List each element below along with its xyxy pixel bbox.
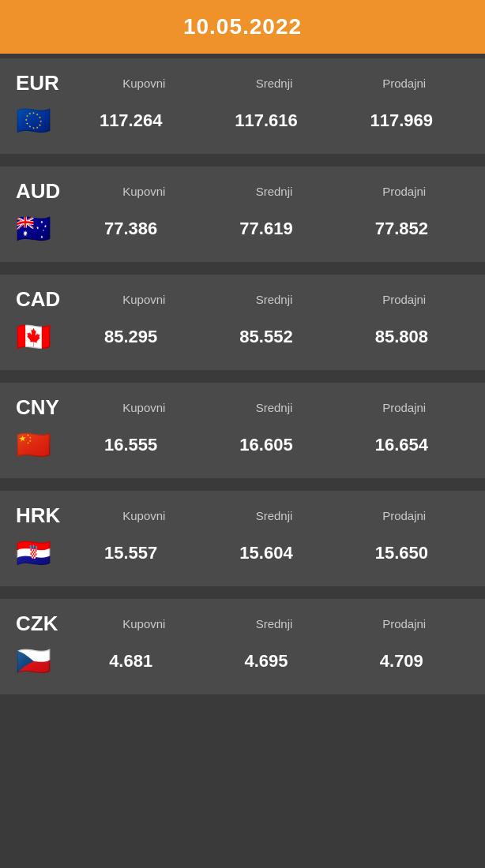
- currency-section-cad: CAD Kupovni Srednji Prodajni 🇨🇦 85.295 8…: [0, 275, 485, 370]
- section-divider: [0, 267, 485, 270]
- currency-section-eur: EUR Kupovni Srednji Prodajni 🇪🇺 117.264 …: [0, 58, 485, 154]
- column-labels: Kupovni Srednji Prodajni: [79, 77, 469, 90]
- currency-list: EUR Kupovni Srednji Prodajni 🇪🇺 117.264 …: [0, 58, 485, 694]
- col-label-prodajni: Prodajni: [339, 401, 469, 414]
- col-label-srednji: Srednji: [209, 77, 340, 90]
- currency-data-row: 🇨🇿 4.681 4.695 4.709: [16, 644, 469, 679]
- currency-section-czk: CZK Kupovni Srednji Prodajni 🇨🇿 4.681 4.…: [0, 599, 485, 694]
- flag-aud: 🇦🇺: [16, 211, 63, 246]
- flag-cny: 🇨🇳: [16, 428, 63, 462]
- flag-eur: 🇪🇺: [16, 103, 63, 138]
- column-labels: Kupovni Srednji Prodajni: [79, 293, 469, 306]
- col-label-prodajni: Prodajni: [339, 617, 469, 630]
- values-cad: 85.295 85.552 85.808: [63, 327, 469, 347]
- currency-section-hrk: HRK Kupovni Srednji Prodajni 🇭🇷 15.557 1…: [0, 491, 485, 586]
- col-label-kupovni: Kupovni: [79, 293, 209, 306]
- currency-code-hrk: HRK: [16, 503, 79, 528]
- currency-data-row: 🇨🇳 16.555 16.605 16.654: [16, 428, 469, 462]
- currency-code-cad: CAD: [16, 287, 79, 312]
- kupovni-value-cad: 85.295: [63, 327, 198, 347]
- header-title: 10.05.2022: [183, 14, 302, 39]
- prodajni-value-cad: 85.808: [334, 327, 469, 347]
- currency-code-aud: AUD: [16, 179, 79, 204]
- prodajni-value-eur: 117.969: [334, 110, 469, 131]
- values-czk: 4.681 4.695 4.709: [63, 651, 469, 672]
- col-label-srednji: Srednji: [209, 293, 340, 306]
- srednji-value-czk: 4.695: [198, 651, 333, 672]
- flag-czk: 🇨🇿: [16, 644, 63, 679]
- prodajni-value-cny: 16.654: [334, 435, 469, 455]
- col-label-srednji: Srednji: [209, 617, 340, 630]
- col-label-srednji: Srednji: [209, 185, 340, 198]
- currency-section-cny: CNY Kupovni Srednji Prodajni 🇨🇳 16.555 1…: [0, 383, 485, 478]
- srednji-value-hrk: 15.604: [198, 543, 333, 563]
- col-label-kupovni: Kupovni: [79, 77, 209, 90]
- section-divider: [0, 159, 485, 162]
- col-label-kupovni: Kupovni: [79, 617, 209, 630]
- srednji-value-aud: 77.619: [198, 219, 333, 239]
- kupovni-value-cny: 16.555: [63, 435, 198, 455]
- prodajni-value-czk: 4.709: [334, 651, 469, 672]
- flag-cad: 🇨🇦: [16, 320, 63, 354]
- col-label-srednji: Srednji: [209, 401, 340, 414]
- currency-data-row: 🇨🇦 85.295 85.552 85.808: [16, 320, 469, 354]
- column-labels: Kupovni Srednji Prodajni: [79, 509, 469, 522]
- values-eur: 117.264 117.616 117.969: [63, 110, 469, 131]
- col-label-prodajni: Prodajni: [339, 293, 469, 306]
- header: 10.05.2022: [0, 0, 485, 54]
- section-divider: [0, 591, 485, 594]
- currency-code-czk: CZK: [16, 612, 79, 636]
- currency-data-row: 🇪🇺 117.264 117.616 117.969: [16, 103, 469, 138]
- currency-header-row: CAD Kupovni Srednji Prodajni: [16, 287, 469, 312]
- values-hrk: 15.557 15.604 15.650: [63, 543, 469, 563]
- section-divider: [0, 375, 485, 378]
- currency-data-row: 🇦🇺 77.386 77.619 77.852: [16, 211, 469, 246]
- section-divider: [0, 483, 485, 486]
- kupovni-value-eur: 117.264: [63, 110, 198, 131]
- srednji-value-cny: 16.605: [198, 435, 333, 455]
- kupovni-value-aud: 77.386: [63, 219, 198, 239]
- currency-section-aud: AUD Kupovni Srednji Prodajni 🇦🇺 77.386 7…: [0, 166, 485, 262]
- col-label-prodajni: Prodajni: [339, 185, 469, 198]
- values-aud: 77.386 77.619 77.852: [63, 219, 469, 239]
- kupovni-value-hrk: 15.557: [63, 543, 198, 563]
- currency-header-row: CZK Kupovni Srednji Prodajni: [16, 612, 469, 636]
- srednji-value-cad: 85.552: [198, 327, 333, 347]
- currency-header-row: AUD Kupovni Srednji Prodajni: [16, 179, 469, 204]
- column-labels: Kupovni Srednji Prodajni: [79, 185, 469, 198]
- column-labels: Kupovni Srednji Prodajni: [79, 617, 469, 630]
- flag-hrk: 🇭🇷: [16, 536, 63, 571]
- currency-code-cny: CNY: [16, 395, 79, 420]
- col-label-prodajni: Prodajni: [339, 509, 469, 522]
- prodajni-value-aud: 77.852: [334, 219, 469, 239]
- col-label-prodajni: Prodajni: [339, 77, 469, 90]
- currency-header-row: HRK Kupovni Srednji Prodajni: [16, 503, 469, 528]
- currency-data-row: 🇭🇷 15.557 15.604 15.650: [16, 536, 469, 571]
- column-labels: Kupovni Srednji Prodajni: [79, 401, 469, 414]
- kupovni-value-czk: 4.681: [63, 651, 198, 672]
- col-label-kupovni: Kupovni: [79, 185, 209, 198]
- prodajni-value-hrk: 15.650: [334, 543, 469, 563]
- currency-header-row: EUR Kupovni Srednji Prodajni: [16, 71, 469, 95]
- currency-code-eur: EUR: [16, 71, 79, 95]
- srednji-value-eur: 117.616: [198, 110, 333, 131]
- col-label-kupovni: Kupovni: [79, 401, 209, 414]
- values-cny: 16.555 16.605 16.654: [63, 435, 469, 455]
- currency-header-row: CNY Kupovni Srednji Prodajni: [16, 395, 469, 420]
- col-label-kupovni: Kupovni: [79, 509, 209, 522]
- col-label-srednji: Srednji: [209, 509, 340, 522]
